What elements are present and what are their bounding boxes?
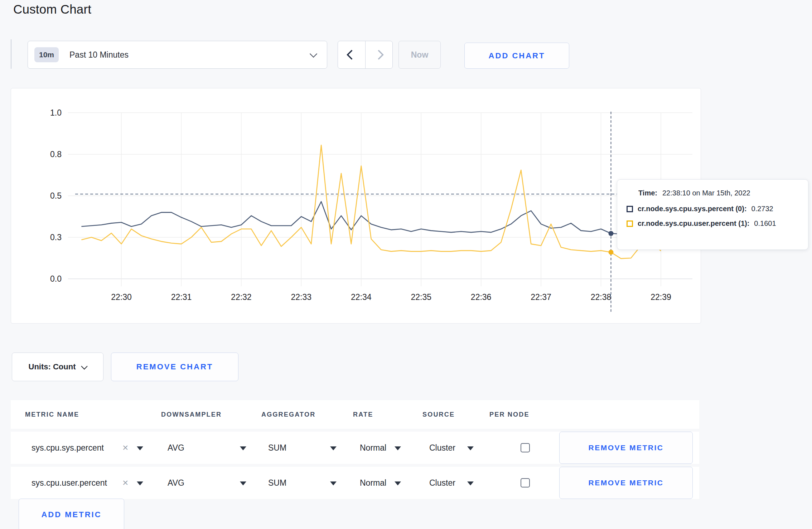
source-select[interactable]: Cluster [429, 478, 455, 488]
chevron-down-icon [310, 50, 317, 57]
tooltip-series-row: cr.node.sys.cpu.user.percent (1): 0.1601 [627, 219, 801, 228]
page-title: Custom Chart [13, 2, 91, 16]
rate-select[interactable]: Normal [360, 478, 386, 488]
user-series-swatch-icon [627, 220, 633, 227]
aggregator-caret-icon [330, 481, 337, 485]
time-range-label: Past 10 Minutes [69, 50, 311, 60]
metric-row: sys.cpu.user.percent × AVG SUM Normal Cl… [11, 467, 699, 499]
source-caret-icon [467, 481, 474, 485]
time-range-badge: 10m [34, 47, 59, 62]
remove-metric-button[interactable]: REMOVE METRIC [559, 467, 693, 499]
aggregator-select[interactable]: SUM [268, 478, 286, 488]
tooltip-series-value: 0.2732 [751, 205, 773, 213]
time-back-button[interactable] [338, 41, 366, 68]
chart-hover-tooltip: Time: 22:38:10 on Mar 15th, 2022 cr.node… [617, 179, 808, 250]
metrics-table-header: METRIC NAME DOWNSAMPLER AGGREGATOR RATE … [11, 400, 699, 429]
per-node-checkbox[interactable] [521, 478, 530, 487]
metric-caret-icon [137, 446, 143, 450]
aggregator-caret-icon [330, 446, 337, 450]
col-per-node: PER NODE [489, 411, 530, 418]
chevron-right-icon [374, 50, 384, 60]
tooltip-time-value: 22:38:10 on Mar 15th, 2022 [662, 189, 750, 197]
clear-metric-icon[interactable]: × [122, 478, 128, 488]
tooltip-time-row: Time: 22:38:10 on Mar 15th, 2022 [638, 189, 801, 197]
remove-chart-button[interactable]: REMOVE CHART [111, 353, 238, 381]
downsampler-caret-icon [240, 446, 246, 450]
sys-series-swatch-icon [627, 206, 633, 212]
toolbar-divider [11, 39, 11, 69]
chevron-down-icon [81, 363, 88, 369]
add-metric-button[interactable]: ADD METRIC [19, 499, 124, 529]
metric-name-select[interactable]: sys.cpu.sys.percent [32, 443, 104, 453]
tooltip-series-name: cr.node.sys.cpu.user.percent (1): [638, 219, 749, 228]
time-forward-button[interactable] [366, 41, 393, 68]
downsampler-select[interactable]: AVG [168, 478, 184, 488]
remove-metric-button[interactable]: REMOVE METRIC [559, 432, 693, 464]
metric-row: sys.cpu.sys.percent × AVG SUM Normal Clu… [11, 432, 699, 464]
custom-chart-page: { "page": { "title": "Custom Chart" }, "… [0, 0, 812, 529]
col-source: SOURCE [422, 411, 455, 418]
clear-metric-icon[interactable]: × [122, 443, 128, 453]
tooltip-time-label: Time: [638, 189, 657, 197]
time-pager [338, 41, 393, 69]
tooltip-series-value: 0.1601 [754, 219, 776, 228]
col-downsampler: DOWNSAMPLER [161, 411, 222, 418]
time-range-dropdown[interactable]: 10m Past 10 Minutes [28, 41, 327, 69]
downsampler-caret-icon [240, 481, 246, 485]
col-aggregator: AGGREGATOR [261, 411, 315, 418]
col-metric-name: METRIC NAME [25, 411, 79, 418]
units-label: Units: Count [29, 362, 76, 372]
now-button[interactable]: Now [398, 41, 441, 69]
chevron-left-icon [347, 50, 357, 60]
chart-card [11, 88, 701, 324]
metric-caret-icon [137, 481, 143, 485]
tooltip-series-row: cr.node.sys.cpu.sys.percent (0): 0.2732 [627, 205, 801, 213]
rate-select[interactable]: Normal [360, 443, 386, 453]
tooltip-series-name: cr.node.sys.cpu.sys.percent (0): [638, 205, 747, 213]
downsampler-select[interactable]: AVG [168, 443, 184, 453]
rate-caret-icon [395, 446, 401, 450]
source-select[interactable]: Cluster [429, 443, 455, 453]
units-dropdown[interactable]: Units: Count [12, 353, 103, 381]
col-rate: RATE [353, 411, 373, 418]
metric-name-select[interactable]: sys.cpu.user.percent [32, 478, 107, 488]
rate-caret-icon [395, 481, 401, 485]
source-caret-icon [467, 446, 474, 450]
per-node-checkbox[interactable] [521, 443, 530, 452]
add-chart-button[interactable]: ADD CHART [464, 43, 569, 69]
aggregator-select[interactable]: SUM [268, 443, 286, 453]
